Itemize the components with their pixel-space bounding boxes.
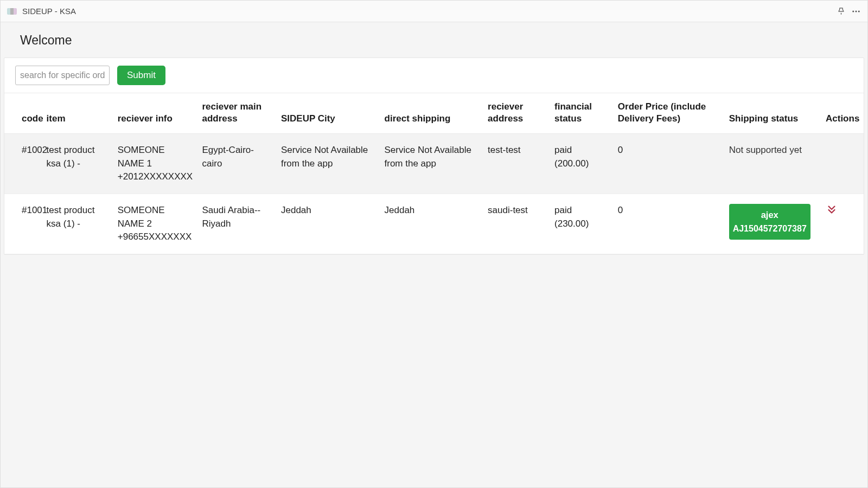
th-reciever-info: reciever info [112, 93, 197, 134]
table-header-row: code item reciever info reciever main ad… [4, 93, 864, 134]
cell-reciever-info: SOMEONE NAME 2 +96655XXXXXXX [112, 194, 197, 254]
cell-direct-shipping: Service Not Available from the app [379, 134, 483, 194]
shipping-badge-carrier: ajex [732, 208, 807, 222]
cell-item: test product ksa (1) - [41, 134, 112, 194]
cell-actions [820, 134, 864, 194]
th-item: item [41, 93, 112, 134]
svg-point-2 [858, 10, 860, 12]
th-order-price: Order Price (include Delivery Fees) [612, 93, 724, 134]
th-code: code [4, 93, 41, 134]
submit-button[interactable]: Submit [117, 66, 165, 85]
th-direct-shipping: direct shipping [379, 93, 483, 134]
cell-sideup-city: Service Not Available from the app [276, 134, 379, 194]
table-row: #1001test product ksa (1) -SOMEONE NAME … [4, 194, 864, 254]
shipping-status-text: Not supported yet [729, 145, 802, 155]
cell-reciever-main-address: Saudi Arabia--Riyadh [196, 194, 275, 254]
cell-sideup-city: Jeddah [276, 194, 379, 254]
shipping-badge-tracking: AJ1504572707387 [732, 222, 807, 236]
th-reciever-main-address: reciever main address [196, 93, 275, 134]
double-chevron-down-icon[interactable] [826, 208, 838, 218]
th-financial-status: financial status [549, 93, 612, 134]
th-shipping-status: Shipping status [724, 93, 820, 134]
search-input[interactable] [15, 66, 110, 85]
cell-reciever-main-address: Egypt-Cairo-cairo [196, 134, 275, 194]
cell-actions[interactable] [820, 194, 864, 254]
cell-code: #1002 [4, 134, 41, 194]
pin-icon[interactable] [836, 7, 846, 16]
shipping-badge[interactable]: ajexAJ1504572707387 [729, 204, 810, 240]
app-title: SIDEUP - KSA [22, 7, 76, 16]
more-icon[interactable] [851, 7, 861, 16]
cell-code: #1001 [4, 194, 41, 254]
orders-table: code item reciever info reciever main ad… [4, 93, 864, 254]
th-actions: Actions [820, 93, 864, 134]
toolbar: Submit [4, 58, 864, 93]
cell-reciever-address: saudi-test [482, 194, 549, 254]
app-window: SIDEUP - KSA Welcome Submit code [0, 0, 868, 488]
svg-point-0 [852, 10, 854, 12]
cell-financial-status: paid (200.00) [549, 134, 612, 194]
cell-direct-shipping: Jeddah [379, 194, 483, 254]
th-reciever-address: reciever address [482, 93, 549, 134]
th-sideup-city: SIDEUP City [276, 93, 379, 134]
cell-order-price: 0 [612, 194, 724, 254]
svg-point-1 [856, 10, 857, 12]
app-logo-icon [7, 8, 17, 15]
titlebar: SIDEUP - KSA [1, 1, 867, 22]
cell-shipping-status: Not supported yet [724, 134, 820, 194]
cell-reciever-address: test-test [482, 134, 549, 194]
content-panel: Submit code item reciever info reciever … [4, 57, 864, 255]
cell-reciever-info: SOMEONE NAME 1 +2012XXXXXXXX [112, 134, 197, 194]
table-row: #1002test product ksa (1) -SOMEONE NAME … [4, 134, 864, 194]
cell-shipping-status: ajexAJ1504572707387 [724, 194, 820, 254]
cell-financial-status: paid (230.00) [549, 194, 612, 254]
page-header: Welcome [1, 22, 867, 57]
page-title: Welcome [20, 33, 72, 47]
cell-item: test product ksa (1) - [41, 194, 112, 254]
cell-order-price: 0 [612, 134, 724, 194]
